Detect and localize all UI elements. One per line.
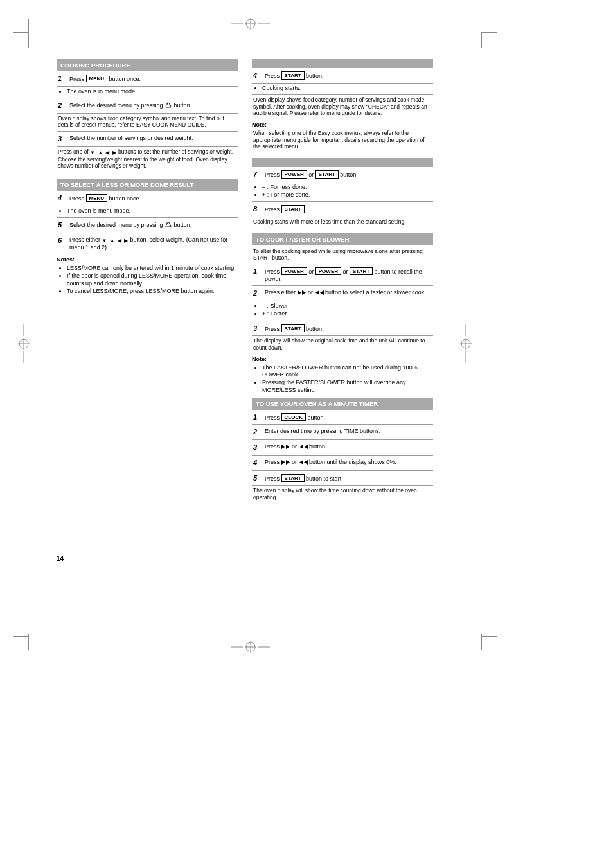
cook-menu-icon: [164, 102, 172, 109]
arrow-buttons-icon: ▼ ▲ ◀ ▶: [102, 238, 129, 244]
crop-mark-top-right: [472, 19, 497, 45]
step-number: 2: [253, 428, 261, 437]
step-row: 3 Press START button.: [252, 321, 433, 337]
step-text: Press CLOCK button.: [265, 413, 432, 421]
registration-mark-bottom: [231, 641, 270, 653]
step-number: 3: [253, 324, 261, 333]
start-button-label: START: [281, 324, 305, 333]
notes-heading: Note:: [252, 356, 433, 363]
step-row: 8 Press START.: [252, 202, 433, 217]
note-item: – : For less done.: [262, 184, 433, 191]
note-item: + : For more done.: [262, 191, 433, 199]
notes-list: LESS/MORE can only be entered within 1 m…: [57, 265, 238, 295]
left-column: COOKING PROCEDURE 1 Press MENU button on…: [57, 58, 238, 556]
power-button-label: POWER: [315, 267, 341, 276]
step-number: 8: [253, 205, 261, 214]
step-text: Press or button.: [265, 443, 432, 450]
sheet: COOKING PROCEDURE 1 Press MENU button on…: [0, 0, 613, 868]
step-text: Press START button to start.: [265, 474, 432, 483]
step-detail: Press one of ▼ ▲ ◀ ▶ buttons to set the …: [57, 147, 238, 172]
step-text: Press MENU button once.: [69, 75, 236, 83]
registration-mark-right: [460, 324, 499, 336]
cook-menu-icon: [164, 221, 172, 228]
rewind-icon: [299, 444, 308, 448]
safety-note: When selecting one of the Easy cook menu…: [252, 128, 433, 153]
start-button-label: START: [281, 205, 305, 213]
section-header-faster-slower: TO COOK FASTER OR SLOWER: [252, 233, 433, 245]
fast-forward-icon: [281, 459, 290, 464]
step-text: Press START button.: [265, 71, 432, 80]
note-item: Cooking starts.: [262, 85, 433, 92]
step-note-list: Cooking starts.: [252, 85, 433, 92]
fast-forward-icon: [281, 444, 290, 448]
step-number: 2: [58, 102, 66, 111]
step-text: Press either or button to select a faste…: [265, 289, 432, 296]
step-row: 3 Select the number of servings or desir…: [57, 132, 238, 146]
step-text: Select the number of servings or desired…: [69, 135, 236, 142]
notes-list: The FASTER/SLOWER button can not be used…: [252, 364, 433, 394]
step-text: Press POWER or START button.: [265, 170, 432, 179]
start-button-label: START: [281, 71, 305, 80]
step-row: 4 Press START button.: [252, 68, 433, 84]
registration-mark-top: [231, 18, 270, 30]
step-number: 1: [253, 413, 261, 422]
step-number: 1: [58, 75, 66, 84]
clock-button-label: CLOCK: [281, 413, 306, 421]
section-header-less-more: TO SELECT A LESS OR MORE DONE RESULT: [57, 179, 238, 191]
step-text: Press START button.: [265, 324, 432, 333]
step-note-list: The oven is in menu mode.: [57, 88, 238, 95]
note-item: The FASTER/SLOWER button can not be used…: [262, 364, 433, 379]
note-item: Pressing the FASTER/SLOWER button will o…: [262, 379, 433, 394]
power-button-label: POWER: [281, 267, 307, 276]
step-row: 3 Press or button.: [252, 440, 433, 456]
crop-mark-bottom-left: [13, 624, 39, 650]
step-note-list: – : Slower + : Faster: [252, 303, 433, 318]
note-item: The oven is menu mode.: [67, 208, 238, 215]
right-column: 4 Press START button. Cooking starts. Ov…: [252, 58, 433, 556]
fast-forward-icon: [298, 290, 306, 294]
section-header-spacer: [252, 158, 433, 167]
step-number: 5: [58, 221, 66, 230]
section-intro: To alter the cooking speed while using m…: [252, 245, 433, 264]
step-row: 4 Press or button until the display show…: [252, 456, 433, 471]
step-row: 1 Press POWER or POWER or START button t…: [252, 264, 433, 287]
notes-heading: Notes:: [57, 256, 238, 263]
step-text: Select the desired menu by pressing butt…: [69, 102, 236, 109]
step-text: Press POWER or POWER or START button to …: [265, 267, 432, 283]
note-item: If the door is opened during LESS/MORE o…: [67, 272, 238, 287]
step-row: 4 Press MENU button once.: [57, 191, 238, 206]
step-text: Press START.: [265, 205, 432, 213]
registration-mark-left: [18, 324, 57, 336]
note-item: + : Faster: [262, 310, 433, 317]
step-number: 4: [253, 71, 261, 80]
note-item: The oven is in menu mode.: [67, 88, 238, 95]
step-number: 3: [253, 443, 261, 452]
step-number: 7: [253, 170, 261, 179]
note-item: To cancel LESS/MORE, press LESS/MORE but…: [67, 288, 238, 295]
step-number: 5: [253, 474, 261, 483]
step-row: 7 Press POWER or START button.: [252, 167, 433, 182]
start-button-label: START: [315, 170, 339, 179]
step-text: Enter desired time by pressing TIME butt…: [265, 428, 432, 435]
step-row: 6 Press either ▼ ▲ ◀ ▶ button, select we…: [57, 233, 238, 254]
step-row: 2 Select the desired menu by pressing bu…: [57, 98, 238, 114]
step-number: 4: [253, 459, 261, 468]
page-number: 14: [57, 555, 64, 562]
step-row: 5 Press START button to start.: [252, 471, 433, 486]
step-text: Select the desired menu by pressing butt…: [69, 221, 236, 229]
step-row: 2 Enter desired time by pressing TIME bu…: [252, 425, 433, 440]
step-detail: Oven display shows food category, number…: [252, 95, 433, 120]
note-item: LESS/MORE can only be entered within 1 m…: [67, 265, 238, 272]
step-number: 1: [253, 267, 261, 276]
step-detail: Oven display shows food category symbol …: [57, 114, 238, 131]
section-header-cooking-procedure: COOKING PROCEDURE: [57, 59, 238, 71]
step-text: Press either ▼ ▲ ◀ ▶ button, select weig…: [69, 236, 236, 251]
power-button-label: POWER: [281, 170, 307, 179]
arrow-buttons-icon: ▼ ▲ ◀ ▶: [90, 150, 117, 156]
step-note-list: – : For less done. + : For more done.: [252, 184, 433, 199]
rewind-icon: [315, 290, 324, 294]
start-button-label: START: [350, 267, 373, 276]
step-row: 1 Press CLOCK button.: [252, 410, 433, 425]
step-number: 3: [58, 135, 66, 144]
notes-heading: Note:: [252, 121, 433, 128]
